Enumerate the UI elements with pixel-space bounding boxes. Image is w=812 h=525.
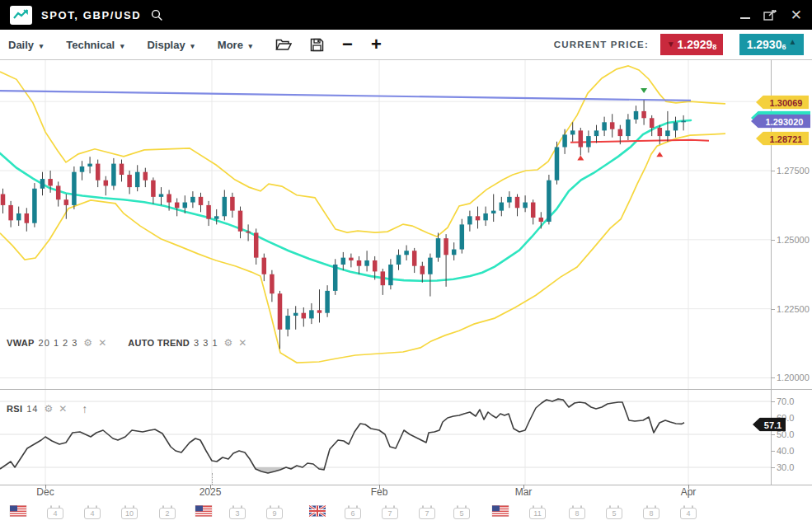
rsi-axis-label: 70.0 (777, 396, 794, 406)
calendar-icon: 7 (418, 505, 436, 520)
us-flag-icon[interactable] (10, 505, 27, 520)
calendar-event-icon[interactable]: 3 (228, 505, 246, 520)
uk-flag-icon[interactable] (309, 505, 326, 520)
candle-up (40, 179, 45, 189)
calendar-event-icon[interactable]: 4 (83, 505, 101, 520)
rsi-axis-tick (771, 434, 775, 435)
chevron-down-icon: ▾ (120, 42, 124, 50)
candle-down (618, 129, 623, 136)
menu-daily[interactable]: Daily ▾ (8, 39, 43, 51)
candle-up (562, 134, 567, 147)
rsi-remove-icon[interactable]: ✕ (59, 403, 67, 415)
candle-up (32, 189, 37, 223)
autotrend-remove-icon[interactable]: ✕ (238, 337, 246, 349)
candle-down (641, 111, 646, 118)
candle-up (491, 211, 496, 213)
rsi-params: 14 (26, 404, 38, 414)
candle-down (96, 164, 101, 180)
indicator-row-rsi: RSI 14 ⚙ ✕ ↑ (7, 402, 87, 415)
candle-up (72, 172, 77, 205)
calendar-icon: 9 (265, 505, 284, 520)
calendar-event-icon[interactable]: 8 (568, 505, 586, 520)
candle-down (262, 258, 267, 274)
candle-up (452, 250, 457, 255)
candle-down (104, 180, 109, 186)
calendar-icon: 8 (642, 505, 660, 520)
indicator-row-main: VWAP 20 1 2 3 ⚙ ✕ AUTO TREND 3 3 1 ⚙ ✕ (7, 337, 246, 349)
candle-down (650, 118, 655, 128)
us-flag-icon[interactable] (492, 505, 509, 520)
chevron-down-icon: ▾ (40, 42, 44, 50)
calendar-event-icon[interactable]: 7 (418, 505, 436, 520)
calendar-event-icon[interactable]: 6 (344, 505, 362, 520)
calendar-icon: 4 (46, 505, 64, 520)
rsi-pane-svg[interactable] (0, 390, 812, 485)
calendar-event-icon[interactable]: 4 (679, 505, 697, 520)
candle-down (230, 197, 235, 211)
vwap-remove-icon[interactable]: ✕ (98, 337, 106, 349)
price-axis-tick (771, 240, 775, 241)
candle-up (626, 120, 631, 136)
zoom-out-button[interactable]: − (342, 35, 353, 54)
candle-down (278, 293, 283, 330)
candle-down (531, 203, 536, 218)
calendar-event-icon[interactable]: 7 (381, 505, 399, 520)
candle-up (404, 251, 409, 255)
calendar-event-icon[interactable]: 8 (642, 505, 660, 520)
calendar-event-icon[interactable]: 2 (158, 505, 176, 520)
current-price-badge: 1.293020 (751, 115, 810, 129)
candle-down (48, 179, 53, 185)
rsi-axis-tick (771, 451, 775, 452)
candle-up (507, 197, 512, 203)
autotrend-settings-gear-icon[interactable]: ⚙ (224, 337, 233, 349)
price-axis-label: 1.27500 (777, 166, 810, 176)
candle-up (159, 195, 164, 197)
menu-more[interactable]: More ▾ (218, 39, 252, 51)
minimize-button[interactable] (740, 11, 750, 19)
menu-display[interactable]: Display ▾ (147, 39, 194, 51)
calendar-event-icon[interactable]: 5 (453, 505, 471, 520)
candle-up (397, 255, 401, 265)
us-flag-icon[interactable] (195, 505, 213, 520)
calendar-event-icon[interactable]: 9 (265, 505, 284, 520)
year-break-dots (212, 473, 213, 485)
zoom-in-button[interactable]: + (371, 35, 382, 54)
popout-window-button[interactable] (763, 9, 777, 21)
candle-up (285, 316, 290, 330)
current-price-label: CURRENT PRICE: (554, 40, 649, 49)
calendar-icon: 10 (120, 505, 138, 520)
candle-up (223, 197, 228, 216)
calendar-event-icon[interactable]: 4 (46, 505, 64, 520)
save-icon[interactable] (310, 38, 324, 52)
candle-up (364, 260, 369, 266)
candle-up (602, 122, 607, 130)
calendar-event-icon[interactable]: 5 (605, 505, 623, 520)
candle-down (143, 172, 148, 180)
close-button[interactable]: ✕ (791, 8, 802, 22)
price-axis-label: 1.22500 (777, 304, 810, 314)
menu-technical[interactable]: Technical ▾ (66, 39, 124, 51)
candle-up (111, 164, 116, 186)
candle-up (293, 313, 298, 316)
search-icon[interactable] (151, 9, 163, 21)
candle-up (325, 291, 330, 313)
rsi-settings-gear-icon[interactable]: ⚙ (45, 403, 54, 415)
candle-up (555, 147, 560, 180)
candle-up (681, 121, 686, 123)
rsi-axis-label: 30.0 (777, 462, 794, 472)
calendar-event-icon[interactable]: 10 (120, 505, 138, 520)
month-label: Mar (515, 486, 533, 498)
ask-price-badge: 1.29306 ▲ (739, 34, 804, 55)
candle-down (317, 310, 322, 312)
rsi-move-up-icon[interactable]: ↑ (82, 402, 87, 415)
candle-up (500, 203, 505, 211)
candle-down (302, 313, 307, 319)
open-folder-icon[interactable] (275, 38, 292, 51)
vwap-settings-gear-icon[interactable]: ⚙ (83, 337, 92, 349)
candle-up (333, 265, 338, 291)
calendar-event-icon[interactable]: 11 (528, 505, 547, 520)
bid-price-badge: ▼ 1.29298 (660, 34, 723, 55)
candle-up (16, 213, 21, 220)
candle-down (64, 199, 69, 205)
price-axis-tick (771, 171, 775, 171)
